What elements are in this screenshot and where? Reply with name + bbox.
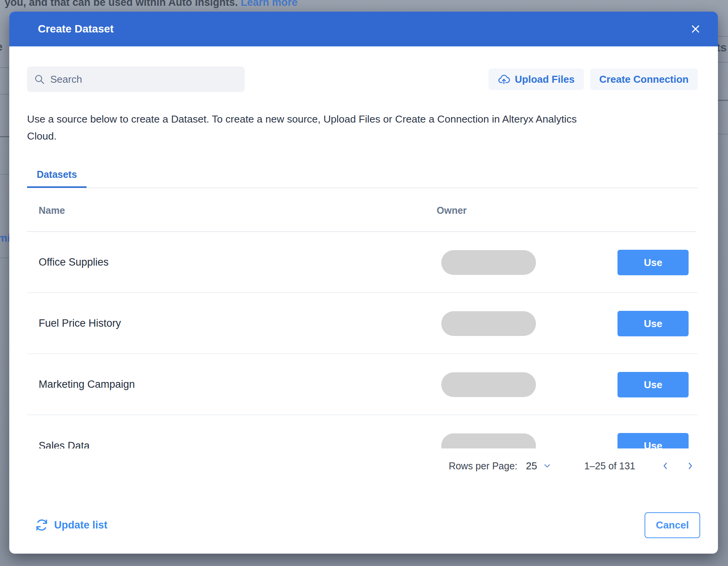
- background-fragment-right: ts: [716, 41, 727, 54]
- rows-per-page-select[interactable]: 25: [526, 460, 552, 472]
- modal-title: Create Dataset: [38, 12, 114, 46]
- close-button[interactable]: [687, 20, 704, 38]
- use-button[interactable]: Use: [617, 311, 689, 336]
- background-row-line: [0, 257, 9, 258]
- column-header-name: Name: [39, 205, 65, 216]
- background-row-line: [0, 67, 9, 68]
- cancel-button[interactable]: Cancel: [645, 512, 700, 538]
- previous-page-button[interactable]: [658, 458, 673, 474]
- background-row-line: [0, 136, 9, 137]
- rows-per-page-label: Rows per Page:: [449, 460, 517, 472]
- column-header-owner: Owner: [437, 205, 467, 216]
- pagination-bar: Rows per Page: 25 1–25 of 131: [27, 448, 698, 483]
- search-input[interactable]: [50, 73, 238, 85]
- use-button[interactable]: Use: [617, 433, 689, 448]
- table-row: Office Supplies Use: [27, 232, 698, 293]
- background-row-line: [718, 36, 728, 37]
- owner-redacted-pill: [441, 372, 536, 397]
- dataset-name: Office Supplies: [39, 256, 109, 268]
- next-page-button[interactable]: [682, 458, 698, 474]
- tab-track: [27, 188, 698, 188]
- owner-redacted-pill: [441, 433, 536, 448]
- upload-cloud-icon: [498, 73, 510, 85]
- background-row-line: [718, 134, 728, 135]
- modal-description: Use a source below to create a Dataset. …: [27, 111, 580, 145]
- table-row: Fuel Price History Use: [27, 293, 698, 354]
- dataset-name: Sales Data: [39, 440, 90, 449]
- background-text: you, and that can be used within Auto In…: [5, 0, 241, 8]
- background-row-line: [718, 100, 728, 101]
- background-row-line: [0, 94, 9, 95]
- background-row-line: [0, 174, 9, 175]
- learn-more-link: Learn more: [241, 0, 298, 8]
- background-row-line: [718, 62, 728, 63]
- create-connection-label: Create Connection: [599, 73, 689, 85]
- chevron-left-icon: [661, 461, 670, 471]
- use-button[interactable]: Use: [617, 250, 689, 275]
- chevron-down-icon: [543, 461, 552, 471]
- create-connection-button[interactable]: Create Connection: [590, 68, 698, 90]
- tab-datasets[interactable]: Datasets: [27, 169, 87, 188]
- refresh-icon: [35, 518, 49, 532]
- update-list-label: Update list: [54, 519, 107, 531]
- dataset-list: Office Supplies Use Fuel Price History U…: [27, 232, 698, 448]
- create-dataset-modal: Create Dataset Upload Files Create: [9, 12, 718, 554]
- pagination-range: 1–25 of 131: [584, 460, 635, 472]
- owner-redacted-pill: [441, 311, 536, 336]
- dataset-name: Fuel Price History: [39, 317, 121, 329]
- search-box: [27, 66, 245, 92]
- background-page-text: you, and that can be used within Auto In…: [5, 0, 298, 9]
- rows-per-page-value: 25: [526, 460, 537, 472]
- update-list-button[interactable]: Update list: [35, 514, 107, 536]
- modal-header: Create Dataset: [9, 12, 718, 46]
- dataset-name: Marketing Campaign: [39, 378, 135, 390]
- toolbar: Upload Files Create Connection: [27, 66, 698, 92]
- table-row: Marketing Campaign Use: [27, 354, 698, 415]
- table-row: Sales Data Use: [27, 415, 698, 448]
- owner-redacted-pill: [441, 250, 536, 275]
- close-icon: [690, 24, 701, 34]
- upload-files-label: Upload Files: [515, 73, 575, 85]
- chevron-right-icon: [685, 461, 695, 471]
- background-fragment-link: mi: [0, 232, 10, 244]
- search-icon: [34, 74, 45, 85]
- use-button[interactable]: Use: [617, 372, 689, 397]
- upload-files-button[interactable]: Upload Files: [488, 68, 584, 90]
- background-fragment-left: e: [0, 40, 3, 53]
